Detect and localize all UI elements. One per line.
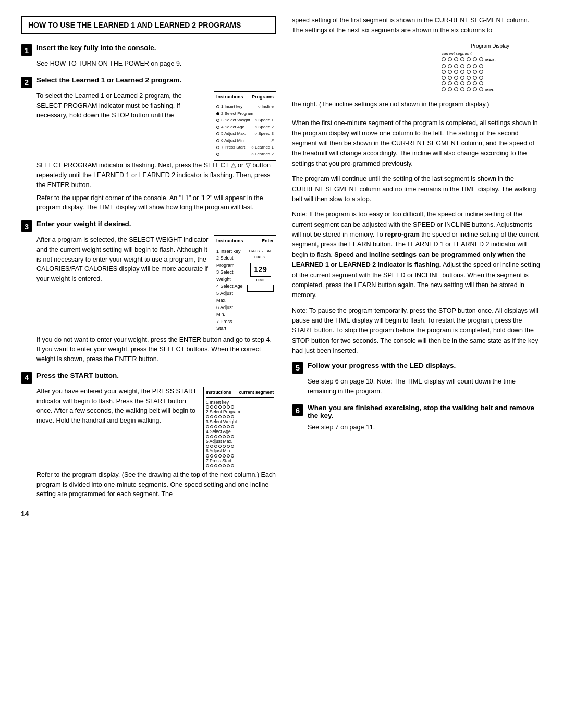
prog-diag-row: Program Display current segment: [292, 40, 542, 96]
step-1-content: See HOW TO TURN ON THE POWER on page 9.: [36, 59, 276, 69]
lp-current-seg: current segment: [442, 51, 538, 56]
step-3-content: After a program is selected, the SELECT …: [36, 235, 276, 364]
lp-line-right: [511, 46, 538, 46]
right-para-3: Note: If the program is too easy or too …: [292, 209, 542, 300]
step-2-para-1: To select the Learned 1 or Learned 2 pro…: [36, 91, 209, 120]
page-number: 14: [21, 510, 276, 518]
enter-diag-body: 1 Insert key 2 Select Program 3 Select W…: [216, 248, 274, 332]
seg-row-6: 6 Adjust Min.: [206, 448, 274, 458]
seg-row-3: 3 Select Weight: [206, 418, 274, 428]
seg-row-4: 4 Select Age: [206, 428, 274, 438]
enter-display: CALS. / FAT CALS. 129 TIME: [247, 248, 274, 292]
step-6-content: See step 7 on page 11.: [308, 423, 542, 433]
enter-row-6: 6 Adjust Min.: [216, 304, 243, 318]
max-label: MAX.: [485, 58, 496, 63]
step-3-para-1: After a program is selected, the SELECT …: [36, 235, 209, 284]
prog-display-title: Program Display: [471, 43, 509, 49]
seg-instructions-label: Instructions: [206, 389, 231, 396]
enter-row-2: 2 Select Program: [216, 255, 243, 269]
step-3-diagram: Instructions Enter 1 Insert key 2 Select…: [214, 235, 276, 335]
step-5-header: 5 Follow your progress with the LED disp…: [292, 362, 542, 374]
weight-display: 129: [250, 263, 271, 277]
diag-dot-6: [216, 139, 219, 142]
right-para-1: When the first one-minute segment of the…: [292, 118, 542, 169]
step-3-block: 3 Enter your weight if desired. After a …: [21, 220, 276, 364]
lp-dots-row3: [442, 70, 538, 74]
diag-row-8: ○ Learned 2: [216, 151, 274, 157]
step-2-para-2: SELECT PROGRAM indicator is flashing. Ne…: [36, 161, 276, 190]
header-box: HOW TO USE THE LEARNED 1 AND LEARNED 2 P…: [21, 16, 276, 34]
step-4-text: After you have entered your weight, the …: [36, 387, 198, 429]
step-1-title: Insert the key fully into the console.: [36, 44, 156, 52]
step-2-header: 2 Select the Learned 1 or Learned 2 prog…: [21, 76, 276, 88]
step-2-text: To select the Learned 1 or Learned 2 pro…: [36, 91, 209, 124]
diag-row-7: 7 Press Start ○ Learned 1: [216, 144, 274, 151]
time-display-empty: [247, 285, 274, 292]
lp-dots-row2: [442, 64, 538, 68]
seg-row-1: 1 Insert key: [206, 399, 274, 409]
step-3-text: After a program is selected, the SELECT …: [36, 235, 209, 287]
step-4-para-1: After you have entered your weight, the …: [36, 387, 198, 426]
enter-diag-header: Instructions Enter: [216, 238, 274, 246]
step-5-title: Follow your progress with the LED displa…: [308, 362, 456, 369]
step-6-para-1: See step 7 on page 11.: [308, 423, 542, 433]
lp-title-row: Program Display: [442, 43, 538, 49]
step-6-number: 6: [292, 404, 303, 416]
seg-row-2: 2 Select Program: [206, 409, 274, 418]
cals-label: CALS. / FAT CALS.: [247, 248, 274, 261]
right-top-para-continue: the right. (The incline settings are not…: [292, 100, 542, 109]
step-1-header: 1 Insert the key fully into the console.: [21, 44, 276, 56]
step-4-title: Press the START button.: [36, 372, 119, 379]
step-2-title: Select the Learned 1 or Learned 2 progra…: [36, 76, 181, 84]
diag-row-1: 1 Insert key ○ Incline: [216, 104, 274, 110]
step-2-number: 2: [21, 77, 32, 88]
diag-dot-7: [216, 146, 219, 149]
step-4-content: After you have entered your weight, the …: [36, 387, 276, 499]
step-2-content: To select the Learned 1 or Learned 2 pro…: [36, 91, 276, 213]
diag-dot-5: [216, 132, 219, 135]
step-5-para-1: See step 6 on page 10. Note: The TIME di…: [308, 377, 542, 397]
diag-instructions-label: Instructions: [216, 94, 243, 101]
lp-row-max: MAX.: [442, 57, 538, 63]
step-1-block: 1 Insert the key fully into the console.…: [21, 44, 276, 69]
lp-line-left: [442, 46, 469, 46]
lp-dots-min: [442, 87, 483, 91]
seg-diag-header: Instructions current segment: [206, 389, 274, 398]
diag-row-5: 5 Adjust Max. ○ Speed 3: [216, 131, 274, 137]
step-6-header: 6 When you are finished exercising, stop…: [292, 404, 542, 419]
diag-programs-label: Programs: [252, 94, 274, 101]
program-display-section: speed setting of the first segment is sh…: [292, 16, 542, 114]
lp-dots-max: [442, 57, 483, 61]
step-3-number: 3: [21, 220, 32, 232]
diag-row-4: 4 Select Age ○ Speed 2: [216, 124, 274, 130]
min-label: MIN.: [485, 88, 494, 92]
step-5-content: See step 6 on page 10. Note: The TIME di…: [308, 377, 542, 397]
enter-label: Enter: [262, 238, 274, 245]
diag-dot-3: [216, 119, 219, 122]
enter-instructions-label: Instructions: [216, 238, 243, 245]
large-program-diagram: Program Display current segment: [438, 40, 542, 96]
seg-current-label: current segment: [239, 389, 274, 396]
enter-row-5: 5 Adjust Max.: [216, 290, 243, 304]
step-1-number: 1: [21, 44, 32, 56]
step-3-header: 3 Enter your weight if desired.: [21, 220, 276, 232]
enter-row-3: 3 Select Weight: [216, 269, 243, 283]
diag-dot-8: [216, 153, 219, 156]
right-para-2: The program will continue until the sett…: [292, 174, 542, 204]
lp-row-min: MIN.: [442, 87, 538, 93]
enter-row-4: 4 Select Age: [216, 283, 243, 290]
step-4-number: 4: [21, 372, 32, 384]
step-3-with-image: After a program is selected, the SELECT …: [36, 235, 276, 335]
left-column: HOW TO USE THE LEARNED 1 AND LEARNED 2 P…: [21, 16, 276, 518]
step-4-para-2: Refer to the program display. (See the d…: [36, 470, 276, 499]
diag-row-6: 6 Adjust Min. ↗: [216, 138, 274, 144]
diag-row-2: 2 Select Program: [216, 110, 274, 117]
diag-row-3: 3 Select Weight ○ Speed 1: [216, 117, 274, 124]
step-4-with-image: After you have entered your weight, the …: [36, 387, 276, 470]
diag-dot-4: [216, 126, 219, 129]
diag-header-2: Instructions Programs: [216, 94, 274, 103]
step-2-with-image: To select the Learned 1 or Learned 2 pro…: [36, 91, 276, 161]
step-3-title: Enter your weight if desired.: [36, 220, 131, 228]
step-4-header: 4 Press the START button.: [21, 372, 276, 384]
step-6-block: 6 When you are finished exercising, stop…: [292, 404, 542, 433]
